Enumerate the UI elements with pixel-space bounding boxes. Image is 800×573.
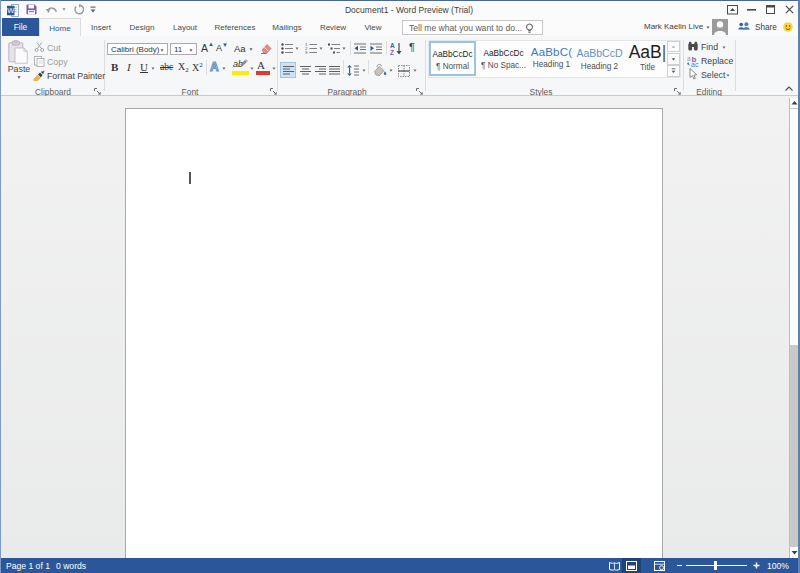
svg-text:ac: ac [691, 61, 699, 67]
svg-text:W: W [7, 6, 15, 15]
svg-text:A: A [390, 42, 395, 49]
svg-text:Z: Z [390, 49, 394, 55]
svg-text:3: 3 [305, 50, 308, 54]
